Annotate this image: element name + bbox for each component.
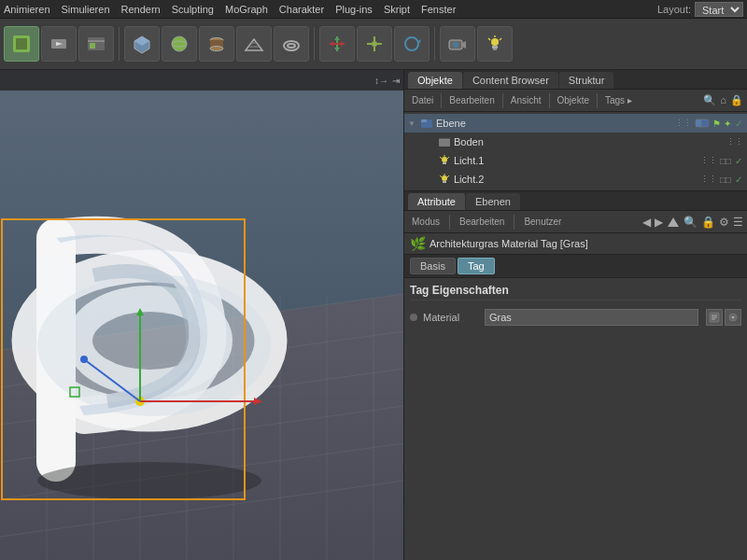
svg-rect-61 — [2, 219, 245, 499]
menu-charakter[interactable]: Charakter — [279, 4, 324, 15]
attr-tb-menu-icon[interactable]: ☰ — [733, 216, 743, 229]
menu-skript[interactable]: Skript — [384, 4, 410, 15]
svg-point-81 — [442, 175, 447, 181]
attr-tb-bearbeiten[interactable]: Bearbeiten — [456, 216, 508, 228]
toolbar-sep-3 — [434, 27, 435, 61]
attr-tb-back-icon[interactable]: ◀ — [642, 216, 651, 229]
obj-row-ebene[interactable]: ▼ Ebene ⋮⋮ ⚑ ✦ ✓ — [404, 114, 747, 133]
menu-rendern[interactable]: Rendern — [121, 4, 161, 15]
toolbar-btn-sphere[interactable] — [162, 26, 197, 62]
attr-tb-forward-icon[interactable]: ▶ — [655, 216, 663, 229]
svg-point-34 — [453, 42, 458, 48]
svg-point-18 — [288, 44, 295, 48]
prop-btn-material-action[interactable] — [725, 309, 741, 326]
attr-tb-search-icon[interactable]: 🔍 — [684, 216, 698, 229]
prop-btns-material — [706, 309, 741, 326]
menu-simulieren[interactable]: Simulieren — [62, 4, 110, 15]
svg-point-59 — [37, 274, 271, 416]
toolbar-btn-1[interactable] — [41, 26, 77, 62]
toolbar-btn-move[interactable] — [319, 26, 355, 62]
svg-line-85 — [447, 175, 449, 177]
prop-row-material: Material Gras — [410, 306, 741, 329]
licht1-icon — [438, 154, 451, 167]
obj-arrow-ebene: ▼ — [408, 119, 417, 128]
prop-value-material[interactable]: Gras — [485, 309, 698, 326]
menu-plugins[interactable]: Plug-ins — [335, 4, 373, 15]
attr-tb-lock-icon[interactable]: 🔒 — [701, 216, 715, 229]
attr-manager-tabs: Attribute Ebenen — [404, 191, 747, 211]
svg-point-76 — [442, 157, 447, 162]
svg-marker-23 — [330, 41, 333, 47]
attr-tb-modus[interactable]: Modus — [408, 216, 444, 228]
svg-marker-21 — [334, 36, 340, 40]
obj-tag-icon: ⚑ — [712, 119, 721, 129]
obj-tb-datei[interactable]: Datei — [408, 94, 437, 106]
svg-rect-82 — [443, 181, 446, 183]
svg-line-80 — [447, 157, 449, 159]
licht2-icon — [438, 173, 451, 186]
obj-tb-bearbeiten[interactable]: Bearbeiten — [445, 94, 498, 106]
obj-tb-home-icon[interactable]: ⌂ — [720, 94, 726, 106]
obj-colorbox-licht1: □□ — [720, 156, 731, 166]
menu-mograph[interactable]: MoGraph — [225, 4, 268, 15]
toolbar-btn-0[interactable] — [4, 26, 39, 62]
obj-manager-toolbar: Datei Bearbeiten Ansicht Objekte Tags ▸ … — [404, 90, 747, 112]
obj-tb-objekte[interactable]: Objekte — [554, 94, 593, 106]
toolbar-btn-2[interactable] — [78, 26, 114, 62]
tab-objekte[interactable]: Objekte — [408, 72, 462, 89]
attr-tb-triangle-icon[interactable] — [667, 216, 680, 229]
obj-name-licht1: Licht.1 — [454, 155, 696, 166]
toolbar-btn-cube[interactable] — [124, 26, 160, 62]
obj-row-licht2[interactable]: Licht.2 ⋮⋮ □□ ✓ — [404, 170, 747, 189]
toolbar-btn-cylinder[interactable] — [199, 26, 234, 62]
obj-tb-ansicht[interactable]: Ansicht — [507, 94, 545, 106]
svg-line-67 — [84, 359, 140, 401]
obj-row-licht1[interactable]: Licht.1 ⋮⋮ □□ ✓ — [404, 151, 747, 170]
tab-content-browser[interactable]: Content Browser — [463, 72, 558, 89]
right-panel: Objekte Content Browser Struktur Datei B… — [403, 70, 747, 560]
svg-point-57 — [28, 266, 271, 415]
obj-vis-ebene: ⋮⋮ — [675, 119, 692, 128]
obj-tb-lock-icon[interactable]: 🔒 — [730, 94, 743, 106]
svg-line-48 — [0, 481, 403, 537]
menu-sculpting[interactable]: Sculpting — [172, 4, 214, 15]
vp-icon-expand[interactable]: ⇥ — [392, 76, 400, 86]
viewport[interactable]: ↕→ ⇥ — [0, 70, 403, 560]
toolbar-btn-plane[interactable] — [236, 26, 272, 62]
toolbar-btn-scale[interactable] — [357, 26, 392, 62]
toolbar-btn-torus[interactable] — [274, 26, 309, 62]
subtab-basis[interactable]: Basis — [410, 258, 456, 274]
attr-tb-benutzer[interactable]: Benutzer — [520, 216, 565, 228]
layout-select[interactable]: Start — [695, 2, 743, 17]
prop-btn-material-browse[interactable] — [706, 309, 723, 326]
obj-row-boden[interactable]: Boden ⋮⋮ — [404, 133, 747, 151]
main-area: ↕→ ⇥ Objekte Content Browser Struktur Da… — [0, 70, 747, 560]
tab-ebenen[interactable]: Ebenen — [466, 193, 520, 210]
menu-animieren[interactable]: Animieren — [4, 4, 50, 15]
svg-point-60 — [37, 462, 261, 499]
svg-rect-74 — [439, 139, 450, 147]
obj-tb-search-icon[interactable]: 🔍 — [703, 94, 716, 106]
attr-tb-sep1 — [449, 215, 450, 230]
toolbar-btn-rotate[interactable] — [394, 26, 430, 62]
obj-tb-tags[interactable]: Tags ▸ — [601, 94, 636, 106]
svg-rect-73 — [701, 119, 709, 127]
svg-point-9 — [172, 36, 187, 51]
obj-vis-licht1: ⋮⋮ — [700, 156, 717, 165]
subtab-tag[interactable]: Tag — [458, 258, 495, 274]
toolbar-btn-camera[interactable] — [440, 26, 475, 62]
object-manager: Objekte Content Browser Struktur Datei B… — [404, 70, 747, 190]
obj-vis-boden: ⋮⋮ — [726, 137, 743, 147]
attr-tb-settings-icon[interactable]: ⚙ — [719, 216, 729, 229]
svg-point-35 — [491, 38, 499, 46]
obj-tb-right: 🔍 ⌂ 🔒 — [703, 94, 743, 106]
toolbar-btn-light[interactable] — [477, 26, 513, 62]
svg-rect-6 — [90, 43, 95, 49]
obj-colorbox-ebene — [695, 118, 710, 129]
tab-attribute[interactable]: Attribute — [408, 193, 465, 210]
menu-fenster[interactable]: Fenster — [421, 4, 456, 15]
vp-icon-arrows[interactable]: ↕→ — [374, 76, 388, 86]
svg-marker-42 — [0, 294, 403, 560]
svg-point-68 — [80, 356, 88, 363]
tab-struktur[interactable]: Struktur — [559, 72, 614, 89]
